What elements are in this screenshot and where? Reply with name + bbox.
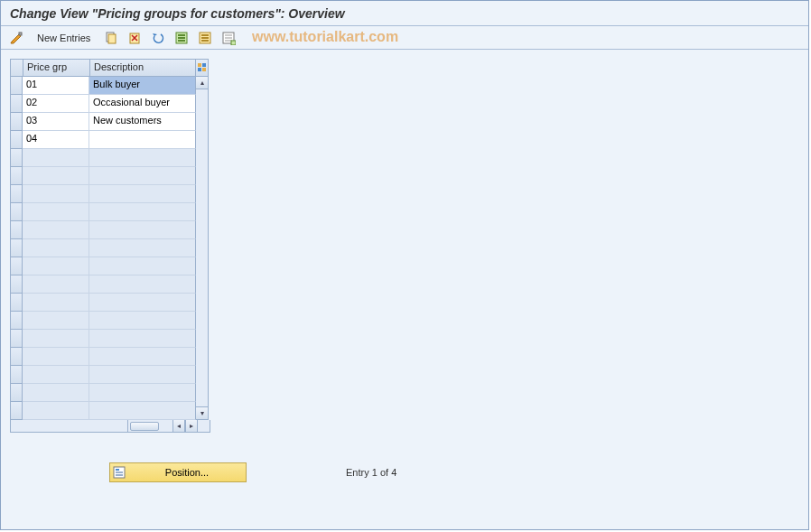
- cell-price-grp[interactable]: [23, 312, 89, 330]
- scroll-track[interactable]: [196, 89, 208, 406]
- cell-description[interactable]: [89, 330, 196, 348]
- vertical-scrollbar[interactable]: ▴ ▾: [196, 77, 209, 420]
- undo-change-icon[interactable]: [148, 29, 168, 47]
- scroll-left-icon[interactable]: ◂: [172, 420, 185, 433]
- select-all-icon[interactable]: [172, 29, 191, 47]
- row-selector[interactable]: [10, 239, 23, 257]
- cell-price-grp[interactable]: [23, 239, 89, 257]
- cell-description[interactable]: [89, 294, 196, 312]
- position-button[interactable]: Position...: [109, 462, 247, 482]
- toggle-display-change-icon[interactable]: [6, 29, 26, 47]
- select-block-icon[interactable]: [195, 29, 215, 47]
- table-row-empty[interactable]: [10, 402, 196, 420]
- hscroll-thumb[interactable]: [130, 422, 159, 431]
- table-row-empty[interactable]: [10, 239, 196, 257]
- table-row-empty[interactable]: [10, 366, 196, 384]
- cell-price-grp[interactable]: [23, 221, 89, 239]
- cell-price-grp[interactable]: [23, 167, 89, 185]
- row-selector[interactable]: [10, 402, 23, 420]
- cell-description[interactable]: [89, 366, 196, 384]
- table-row-empty[interactable]: [10, 185, 196, 203]
- table-row[interactable]: 04: [10, 131, 196, 149]
- deselect-all-icon[interactable]: [219, 29, 238, 47]
- table-row-empty[interactable]: [10, 294, 196, 312]
- cell-description[interactable]: Occasional buyer: [89, 95, 196, 113]
- cell-price-grp[interactable]: 04: [23, 131, 89, 149]
- column-header-description[interactable]: Description: [89, 59, 196, 77]
- cell-price-grp[interactable]: [23, 257, 89, 275]
- table-row-empty[interactable]: [10, 167, 196, 185]
- row-selector[interactable]: [10, 384, 23, 402]
- table-row[interactable]: 01Bulk buyer: [10, 77, 196, 95]
- horizontal-scrollbar[interactable]: ◂ ▸: [10, 420, 219, 433]
- row-selector[interactable]: [10, 149, 23, 167]
- row-selector[interactable]: [10, 203, 23, 221]
- cell-description[interactable]: Bulk buyer: [89, 77, 196, 95]
- cell-description[interactable]: [89, 239, 196, 257]
- table-row-empty[interactable]: [10, 330, 196, 348]
- header-select-column[interactable]: [10, 59, 23, 77]
- cell-description[interactable]: [89, 312, 196, 330]
- cell-price-grp[interactable]: [23, 366, 89, 384]
- scroll-up-icon[interactable]: ▴: [196, 77, 208, 89]
- cell-price-grp[interactable]: [23, 185, 89, 203]
- row-selector[interactable]: [10, 257, 23, 275]
- row-selector[interactable]: [10, 131, 23, 149]
- cell-description[interactable]: [89, 275, 196, 294]
- new-entries-button[interactable]: New Entries: [30, 29, 98, 47]
- row-selector[interactable]: [10, 113, 23, 131]
- table-row-empty[interactable]: [10, 348, 196, 366]
- copy-as-icon[interactable]: [101, 29, 121, 47]
- cell-description[interactable]: [89, 167, 196, 185]
- table-row-empty[interactable]: [10, 257, 196, 275]
- cell-price-grp[interactable]: [23, 149, 89, 167]
- cell-price-grp[interactable]: 01: [23, 77, 89, 95]
- cell-price-grp[interactable]: [23, 384, 89, 402]
- cell-description[interactable]: [89, 203, 196, 221]
- row-selector[interactable]: [10, 167, 23, 185]
- cell-description[interactable]: New customers: [89, 113, 196, 131]
- row-selector[interactable]: [10, 330, 23, 348]
- table-row-empty[interactable]: [10, 203, 196, 221]
- row-selector[interactable]: [10, 366, 23, 384]
- scroll-right-icon[interactable]: ▸: [185, 420, 198, 433]
- table-row[interactable]: 03New customers: [10, 113, 196, 131]
- cell-price-grp[interactable]: 03: [23, 113, 89, 131]
- table-row-empty[interactable]: [10, 384, 196, 402]
- table-settings-icon[interactable]: [196, 59, 209, 77]
- cell-description[interactable]: [89, 221, 196, 239]
- table-row-empty[interactable]: [10, 221, 196, 239]
- row-selector[interactable]: [10, 185, 23, 203]
- cell-description[interactable]: [89, 131, 196, 149]
- cell-description[interactable]: [89, 185, 196, 203]
- svg-rect-0: [19, 33, 22, 35]
- row-selector[interactable]: [10, 275, 23, 294]
- cell-description[interactable]: [89, 384, 196, 402]
- row-selector[interactable]: [10, 221, 23, 239]
- row-selector[interactable]: [10, 348, 23, 366]
- table-row-empty[interactable]: [10, 275, 196, 294]
- table-row-empty[interactable]: [10, 312, 196, 330]
- cell-price-grp[interactable]: 02: [23, 95, 89, 113]
- cell-price-grp[interactable]: [23, 203, 89, 221]
- column-header-price-grp[interactable]: Price grp: [23, 59, 89, 77]
- delete-icon[interactable]: [125, 29, 144, 47]
- cell-price-grp[interactable]: [23, 348, 89, 366]
- svg-rect-7: [178, 40, 185, 42]
- cell-price-grp[interactable]: [23, 275, 89, 294]
- cell-price-grp[interactable]: [23, 330, 89, 348]
- cell-price-grp[interactable]: [23, 402, 89, 420]
- cell-description[interactable]: [89, 149, 196, 167]
- row-selector[interactable]: [10, 312, 23, 330]
- cell-description[interactable]: [89, 348, 196, 366]
- cell-price-grp[interactable]: [23, 294, 89, 312]
- table-row[interactable]: 02Occasional buyer: [10, 95, 196, 113]
- hscroll-track[interactable]: [128, 420, 172, 433]
- cell-description[interactable]: [89, 257, 196, 275]
- cell-description[interactable]: [89, 402, 196, 420]
- scroll-down-icon[interactable]: ▾: [196, 406, 208, 419]
- row-selector[interactable]: [10, 294, 23, 312]
- row-selector[interactable]: [10, 77, 23, 95]
- row-selector[interactable]: [10, 95, 23, 113]
- table-row-empty[interactable]: [10, 149, 196, 167]
